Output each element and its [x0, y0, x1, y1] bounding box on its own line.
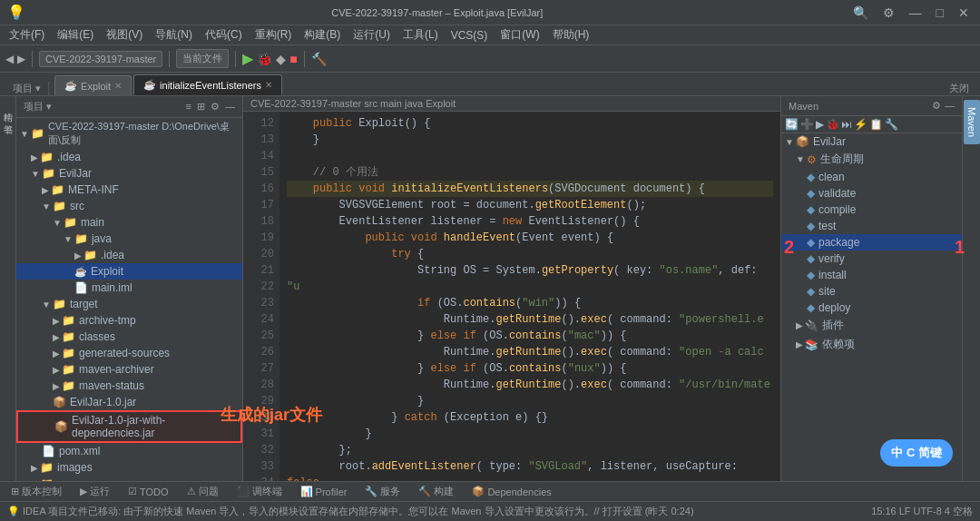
left-tab-structure[interactable]: 结构	[0, 100, 16, 111]
badge-1: 1	[955, 237, 965, 258]
tree-root[interactable]: ▼ 📁 CVE-2022-39197-master D:\OneDrive\桌面…	[16, 118, 242, 149]
menu-nav[interactable]: 导航(N)	[150, 25, 198, 44]
left-tab-book[interactable]: 书签	[0, 113, 16, 123]
bottom-tab-services[interactable]: 🔧 服务	[361, 483, 404, 500]
xml-main-icon: 📄	[74, 281, 88, 294]
stop-btn[interactable]: ■	[289, 52, 297, 66]
menu-code[interactable]: 代码(C)	[200, 25, 248, 44]
bottom-tab-run[interactable]: ▶ 运行	[76, 483, 113, 500]
maven-site[interactable]: ◆ site	[781, 283, 962, 300]
maven-clean[interactable]: ◆ clean	[781, 169, 962, 185]
maven-skip-icon[interactable]: ⏭	[841, 118, 852, 131]
maven-compile[interactable]: ◆ compile	[781, 202, 962, 218]
maven-eviljar[interactable]: ▼ 📦 EvilJar	[781, 133, 962, 150]
maven-package[interactable]: ◆ package	[781, 234, 962, 251]
menu-refactor[interactable]: 重构(R)	[250, 25, 298, 44]
code-area[interactable]: 12131415 1617181920 2122232425 262728293…	[243, 112, 780, 481]
tree-serve[interactable]: ▶ 📁 serve	[16, 476, 242, 481]
tree-generated-sources[interactable]: ▶ 📁 generated-sources	[16, 345, 242, 361]
tab-init-close[interactable]: ✕	[265, 80, 272, 90]
search-btn[interactable]: 🔍	[849, 5, 872, 20]
tab-exploit-close[interactable]: ✕	[114, 81, 122, 91]
tree-maven-archiver[interactable]: ▶ 📁 maven-archiver	[16, 361, 242, 378]
sidebar-icon1[interactable]: ≡	[186, 101, 191, 113]
settings-btn[interactable]: ⚙	[879, 5, 898, 20]
close-btn[interactable]: ✕	[955, 5, 973, 20]
menu-window[interactable]: 窗口(W)	[495, 25, 544, 44]
tab-exploit[interactable]: ☕ Exploit ✕	[54, 75, 132, 95]
tree-dot-idea[interactable]: ▶ 📁 .idea	[16, 247, 242, 263]
tree-archive-tmp[interactable]: ▶ 📁 archive-tmp	[16, 312, 242, 329]
code-content[interactable]: public Exploit() { } // 0 个用法 public voi…	[279, 112, 780, 481]
tree-idea[interactable]: ▶ 📁 .idea	[16, 149, 242, 165]
close-editor-btn[interactable]: 关闭	[949, 82, 975, 95]
tree-images[interactable]: ▶ 📁 images	[16, 459, 242, 476]
sidebar-icon2[interactable]: ⊞	[197, 101, 205, 113]
maven-minimize-icon[interactable]: —	[945, 100, 955, 112]
maven-run-icon[interactable]: ▶	[816, 118, 824, 131]
maven-plugins-group[interactable]: ▶ 🔌 插件	[781, 316, 962, 335]
maven-deps-group[interactable]: ▶ 📚 依赖项	[781, 335, 962, 354]
profile-btn[interactable]: ◆	[276, 52, 286, 66]
maven-validate[interactable]: ◆ validate	[781, 185, 962, 202]
sidebar-gear-icon[interactable]: ⚙	[211, 101, 220, 113]
maven-install[interactable]: ◆ install	[781, 267, 962, 283]
right-tab-maven[interactable]: Maven	[964, 100, 980, 144]
maven-add-icon[interactable]: ➕	[800, 118, 814, 131]
bottom-tab-problems[interactable]: ⚠ 问题	[183, 483, 222, 500]
project-selector[interactable]: CVE-2022-39197-master	[39, 51, 162, 67]
maven-lifecycle-group[interactable]: ▼ ⚙ 生命周期	[781, 150, 962, 169]
tree-mainiml[interactable]: 📄 main.iml	[16, 280, 242, 296]
services-label: 服务	[380, 485, 400, 498]
run-btn[interactable]: ▶	[242, 50, 253, 67]
tree-eviljar-deps-jar[interactable]: 📦 EvilJar-1.0-jar-with-dependencies.jar	[16, 410, 242, 443]
menu-vcs[interactable]: VCS(S)	[446, 27, 494, 44]
tree-java[interactable]: ▼ 📁 java	[16, 231, 242, 247]
tree-main[interactable]: ▼ 📁 main	[16, 214, 242, 231]
menu-tools[interactable]: 工具(L)	[397, 25, 444, 44]
maven-debug-icon[interactable]: 🐞	[826, 118, 839, 131]
code-line: } else if (OS.contains("nux")) {	[287, 360, 773, 377]
maven-toggle-icon[interactable]: ⚡	[854, 118, 867, 131]
bottom-tab-dependencies[interactable]: 📦 Dependencies	[468, 484, 554, 499]
maven-verify[interactable]: ◆ verify	[781, 251, 962, 267]
back-btn[interactable]: ◀	[5, 53, 14, 65]
bottom-tab-vcs[interactable]: ⊞ 版本控制	[7, 483, 65, 500]
minimize-btn[interactable]: —	[906, 5, 926, 20]
sidebar-expand-icon[interactable]: —	[225, 101, 235, 113]
maven-gear-icon[interactable]: ⚙	[932, 100, 941, 112]
tree-exploit[interactable]: ☕ Exploit	[16, 263, 242, 280]
maven-output-icon[interactable]: 📋	[869, 118, 883, 131]
build-btn[interactable]: 🔨	[311, 52, 327, 66]
maven-deploy[interactable]: ◆ deploy	[781, 300, 962, 316]
debug-btn[interactable]: 🐞	[257, 52, 272, 66]
project-tab[interactable]: 项目 ▾	[13, 82, 41, 95]
tree-classes[interactable]: ▶ 📁 classes	[16, 329, 242, 345]
tree-metainf[interactable]: ▶ 📁 META-INF	[16, 182, 242, 198]
bottom-tab-todo[interactable]: ☑ TODO	[124, 484, 172, 499]
code-line: try {	[287, 246, 773, 262]
bottom-tab-terminal[interactable]: ⬛ 调终端	[233, 483, 286, 500]
menu-edit[interactable]: 编辑(E)	[52, 25, 99, 44]
maven-refresh-icon[interactable]: 🔄	[785, 118, 799, 131]
tree-target[interactable]: ▼ 📁 target	[16, 296, 242, 312]
menu-file[interactable]: 文件(F)	[4, 25, 50, 44]
tree-eviljar-jar[interactable]: 📦 EvilJar-1.0.jar	[16, 394, 242, 410]
menu-view[interactable]: 视图(V)	[101, 25, 148, 44]
tree-src[interactable]: ▼ 📁 src	[16, 198, 242, 214]
menu-help[interactable]: 帮助(H)	[547, 25, 595, 44]
menu-run[interactable]: 运行(U)	[348, 25, 396, 44]
bottom-tab-build[interactable]: 🔨 构建	[415, 483, 457, 500]
bottom-tab-profiler[interactable]: 📊 Profiler	[297, 484, 351, 499]
tree-maven-status[interactable]: ▶ 📁 maven-status	[16, 378, 242, 394]
maximize-btn[interactable]: □	[933, 5, 947, 20]
tree-eviljar[interactable]: ▼ 📁 EvilJar	[16, 165, 242, 182]
maven-test[interactable]: ◆ test	[781, 218, 962, 234]
branch-selector[interactable]: 当前文件	[176, 49, 229, 68]
floating-shortcut-btn[interactable]: 中 C 简键	[880, 439, 953, 467]
tab-initialize[interactable]: ☕ initializeEventListeners ✕	[133, 74, 282, 95]
menu-build[interactable]: 构建(B)	[299, 25, 346, 44]
maven-thread-icon[interactable]: 🔧	[885, 118, 898, 131]
forward-btn[interactable]: ▶	[17, 53, 25, 65]
tree-pomxml[interactable]: 📄 pom.xml	[16, 443, 242, 459]
